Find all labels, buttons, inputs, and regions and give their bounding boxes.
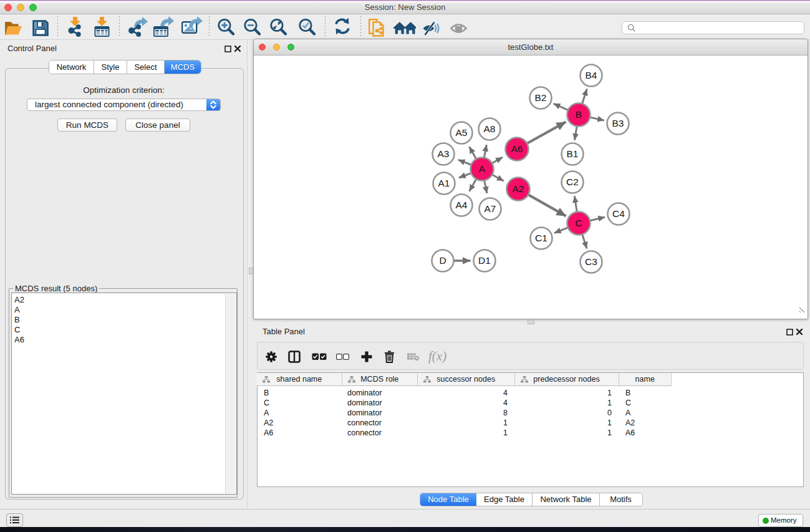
- svg-text:A8: A8: [484, 123, 496, 134]
- svg-text:B1: B1: [567, 148, 579, 159]
- svg-text:A3: A3: [438, 148, 450, 159]
- svg-text:C3: C3: [585, 256, 597, 267]
- svg-text:C: C: [575, 218, 582, 228]
- svg-text:A4: A4: [456, 200, 468, 210]
- svg-text:C4: C4: [612, 208, 625, 219]
- svg-text:B2: B2: [535, 92, 547, 103]
- svg-text:B: B: [576, 109, 582, 120]
- svg-text:A: A: [479, 163, 486, 174]
- svg-text:B4: B4: [586, 70, 597, 80]
- svg-text:A5: A5: [456, 127, 468, 138]
- svg-text:B3: B3: [612, 118, 624, 128]
- svg-text:C1: C1: [535, 233, 547, 243]
- svg-text:C2: C2: [566, 177, 579, 187]
- svg-text:A6: A6: [511, 143, 523, 154]
- svg-text:D1: D1: [478, 255, 491, 266]
- svg-text:A7: A7: [485, 203, 496, 214]
- svg-text:A2: A2: [513, 183, 524, 194]
- svg-text:D: D: [439, 255, 446, 266]
- svg-text:A1: A1: [438, 178, 450, 188]
